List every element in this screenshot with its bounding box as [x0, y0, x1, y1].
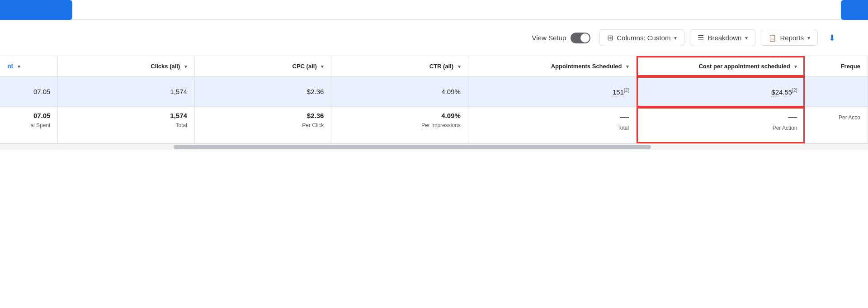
col-header-appointments[interactable]: Appointments Scheduled ▾ [468, 56, 636, 76]
breakdown-button[interactable]: Breakdown ▾ [690, 29, 755, 46]
top-right-button[interactable] [841, 0, 868, 20]
columns-label: Columns: Custom [617, 34, 670, 42]
appointments-sort-icon[interactable]: ▾ [626, 64, 629, 70]
reports-chevron-icon: ▾ [807, 35, 810, 41]
view-setup-area: View Setup [532, 33, 591, 43]
breakdown-label: Breakdown [708, 34, 741, 42]
breakdown-chevron-icon: ▾ [745, 35, 748, 41]
total-cell-cpc: $2.36 Per Click [194, 107, 331, 143]
columns-icon [607, 33, 613, 42]
reports-button[interactable]: Reports ▾ [761, 30, 818, 46]
data-table: nt ▾ Clicks (all) ▾ CPC (all) ▾ CTR (all… [0, 56, 868, 143]
table-header-row: nt ▾ Clicks (all) ▾ CPC (all) ▾ CTR (all… [0, 56, 868, 76]
ctr-sort-icon[interactable]: ▾ [458, 64, 461, 70]
cell-cpc: $2.36 [194, 76, 331, 107]
cell-metric: 07.05 [0, 76, 58, 107]
clicks-sort-icon[interactable]: ▾ [184, 64, 187, 70]
scrollbar-thumb[interactable] [174, 145, 651, 149]
header-bar [0, 0, 868, 20]
table-row: 07.05 1,574 $2.36 4.09% 151[2] $24.55[2] [0, 76, 868, 107]
horizontal-scrollbar[interactable] [0, 143, 868, 150]
download-button[interactable] [823, 29, 841, 47]
view-setup-label: View Setup [532, 34, 566, 42]
view-setup-toggle[interactable] [571, 33, 590, 43]
total-cell-metric: 07.05 al Spent [0, 107, 58, 143]
col-header-cost-per[interactable]: Cost per appointment scheduled ▾ [637, 56, 805, 76]
cost-per-sort-icon[interactable]: ▾ [794, 64, 797, 70]
total-cell-appointments: — Total [468, 107, 636, 143]
totals-row: 07.05 al Spent 1,574 Total $2.36 Per Cli… [0, 107, 868, 143]
breakdown-icon [698, 33, 704, 42]
total-cell-cost-per: — Per Action [637, 107, 805, 143]
toolbar: View Setup Columns: Custom ▾ Breakdown ▾… [0, 20, 868, 56]
cell-appointments: 151[2] [468, 76, 636, 107]
data-table-wrapper: nt ▾ Clicks (all) ▾ CPC (all) ▾ CTR (all… [0, 56, 868, 143]
reports-label: Reports [780, 34, 804, 42]
metric-sort-icon[interactable]: ▾ [18, 64, 20, 70]
cell-frequency [805, 76, 868, 107]
top-left-button[interactable] [0, 0, 72, 20]
total-cell-clicks: 1,574 Total [58, 107, 194, 143]
col-header-metric[interactable]: nt ▾ [0, 56, 58, 76]
col-header-cpc[interactable]: CPC (all) ▾ [194, 56, 331, 76]
columns-button[interactable]: Columns: Custom ▾ [599, 29, 684, 46]
reports-icon [769, 34, 776, 42]
cell-ctr: 4.09% [331, 76, 468, 107]
col-header-clicks[interactable]: Clicks (all) ▾ [58, 56, 194, 76]
columns-chevron-icon: ▾ [674, 35, 677, 41]
total-cell-ctr: 4.09% Per Impressions [331, 107, 468, 143]
cell-cost-per: $24.55[2] [637, 76, 805, 107]
col-header-frequency[interactable]: Freque [805, 56, 868, 76]
total-cell-frequency: Per Acco [805, 107, 868, 143]
download-icon [829, 33, 835, 43]
col-header-ctr[interactable]: CTR (all) ▾ [331, 56, 468, 76]
cell-clicks: 1,574 [58, 76, 194, 107]
cpc-sort-icon[interactable]: ▾ [321, 64, 324, 70]
